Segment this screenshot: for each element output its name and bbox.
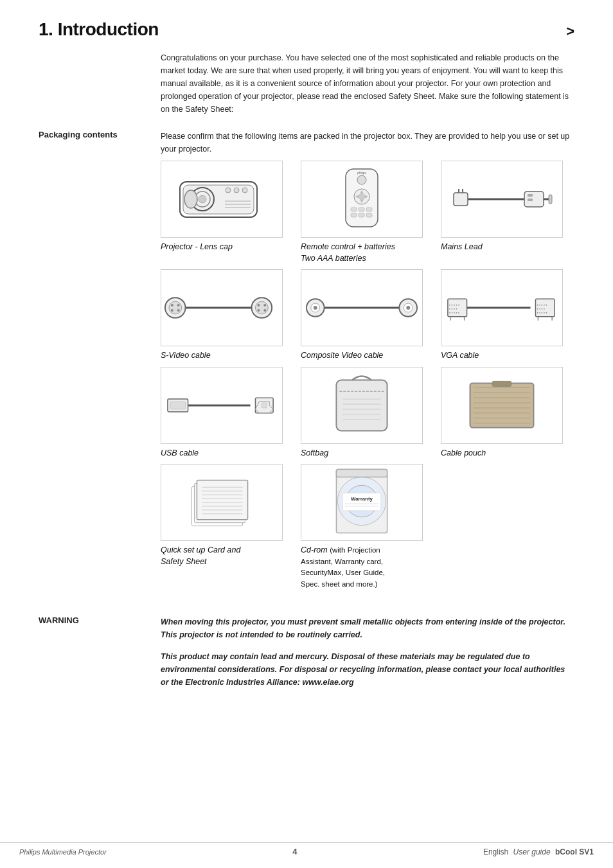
list-item: Cable pouch [441, 367, 574, 459]
list-item: USB cable [161, 367, 294, 459]
list-item: Warranty Cd-rom (with ProjectionAssistan… [301, 464, 434, 590]
projector-label: Projector - Lens cap [161, 242, 233, 253]
svg-rect-33 [528, 199, 533, 201]
warning-section: WARNING When moving this projector, you … [39, 616, 574, 698]
cablepouch-image [441, 367, 563, 444]
vga-label: VGA cable [441, 350, 479, 362]
svg-rect-31 [524, 191, 544, 207]
cdrom-image: Warranty [301, 464, 423, 541]
svg-point-44 [255, 301, 268, 314]
svg-rect-32 [528, 194, 533, 197]
remote-image: philips [301, 161, 423, 238]
svg-point-42 [177, 309, 180, 312]
svg-point-45 [257, 304, 260, 306]
cdrom-label: Cd-rom (with ProjectionAssistant, Warran… [301, 545, 385, 590]
svg-point-7 [242, 188, 247, 193]
footer-brand: Philips Multimedia Projector [19, 848, 107, 856]
svg-point-55 [406, 306, 410, 310]
quicksetup-label: Quick set up Card andSafety Sheet [161, 545, 240, 567]
nav-arrow-icon[interactable]: > [566, 23, 574, 40]
svg-rect-91 [492, 381, 511, 386]
svg-point-48 [263, 309, 266, 312]
svg-point-38 [169, 301, 182, 314]
svg-point-19 [359, 193, 365, 200]
list-item: Mains Lead [441, 161, 574, 264]
svg-rect-82 [470, 383, 534, 427]
svideo-image [161, 269, 283, 346]
page-title: 1. Introduction [39, 19, 159, 40]
footer-language: English [483, 847, 508, 856]
svg-point-4 [199, 195, 206, 203]
quicksetup-image [161, 464, 283, 541]
cablepouch-label: Cable pouch [441, 448, 486, 459]
svg-rect-20 [351, 208, 357, 211]
svg-point-47 [257, 309, 260, 312]
intro-paragraph: Congratulations on your purchase. You ha… [161, 51, 574, 116]
softbag-image [301, 367, 423, 444]
warning-content: When moving this projector, you must pre… [161, 616, 574, 698]
svg-rect-74 [262, 403, 267, 408]
svg-text:philips: philips [357, 171, 367, 175]
svideo-label: S-Video cable [161, 350, 211, 362]
footer-guide-label: User guide [513, 847, 551, 856]
list-item: Projector - Lens cap [161, 161, 294, 264]
svg-rect-25 [366, 213, 372, 217]
svg-point-6 [234, 188, 239, 193]
svg-rect-28 [454, 193, 468, 206]
warning-text-1: When moving this projector, you must pre… [161, 616, 574, 641]
list-item: ● ● ● ● ● ● ● ● ● ● ● ● ● ● ● ● ● ● ● ● … [441, 269, 574, 362]
svg-point-52 [314, 306, 317, 310]
svg-point-5 [226, 188, 231, 193]
mains-image [441, 161, 563, 238]
svg-rect-71 [170, 402, 186, 409]
svg-text:● ● ● ●: ● ● ● ● [537, 307, 545, 310]
svg-text:● ● ● ●: ● ● ● ● [449, 307, 458, 310]
softbag-label: Softbag [301, 448, 328, 459]
list-item: Softbag [301, 367, 434, 459]
usb-image [161, 367, 283, 444]
remote-label: Remote control + batteriesTwo AAA batter… [301, 242, 395, 264]
svg-point-46 [263, 304, 266, 306]
footer-page-number: 4 [292, 847, 297, 856]
warning-text-2: This product may contain lead and mercur… [161, 650, 574, 689]
packaging-description: Please confirm that the following items … [161, 130, 574, 155]
packaging-section: Packaging contents Please confirm that t… [39, 130, 574, 590]
vga-image: ● ● ● ● ● ● ● ● ● ● ● ● ● ● ● ● ● ● ● ● … [441, 269, 563, 346]
footer-product-info: English User guide bCool SV1 [483, 847, 594, 856]
list-item: Composite Video cable [301, 269, 434, 362]
list-item: philips Remote control + batteriesTwo AA… [301, 161, 434, 264]
svg-rect-22 [366, 208, 372, 211]
svg-rect-23 [351, 213, 357, 217]
page-header: 1. Introduction > [39, 19, 574, 40]
svg-rect-75 [336, 380, 387, 430]
page-footer: Philips Multimedia Projector 4 English U… [0, 842, 613, 856]
footer-product-name: bCool SV1 [555, 847, 594, 856]
page: 1. Introduction > Congratulations on you… [0, 0, 613, 868]
svg-rect-35 [549, 195, 552, 204]
svg-point-13 [357, 175, 366, 184]
svg-text:● ● ● ● ●: ● ● ● ● ● [449, 311, 460, 314]
svg-rect-24 [359, 213, 364, 217]
svg-text:● ● ● ● ●: ● ● ● ● ● [449, 303, 460, 306]
svg-point-39 [171, 304, 173, 306]
svg-text:● ● ● ● ●: ● ● ● ● ● [537, 311, 547, 314]
svg-point-11 [184, 190, 197, 208]
composite-label: Composite Video cable [301, 350, 383, 362]
usb-label: USB cable [161, 448, 199, 459]
packaging-grid: Projector - Lens cap [161, 161, 574, 590]
svg-text:Warranty: Warranty [351, 496, 373, 502]
svg-point-41 [171, 309, 173, 312]
packaging-content: Please confirm that the following items … [161, 130, 574, 590]
svg-rect-21 [359, 208, 364, 211]
warning-label: WARNING [39, 616, 161, 698]
list-item: S-Video cable [161, 269, 294, 362]
svg-rect-111 [336, 470, 387, 477]
list-item: Quick set up Card andSafety Sheet [161, 464, 294, 590]
composite-image [301, 269, 423, 346]
packaging-label: Packaging contents [39, 130, 161, 590]
projector-image [161, 161, 283, 238]
svg-point-40 [177, 304, 180, 306]
mains-label: Mains Lead [441, 242, 483, 253]
svg-text:● ● ● ● ●: ● ● ● ● ● [537, 303, 547, 306]
